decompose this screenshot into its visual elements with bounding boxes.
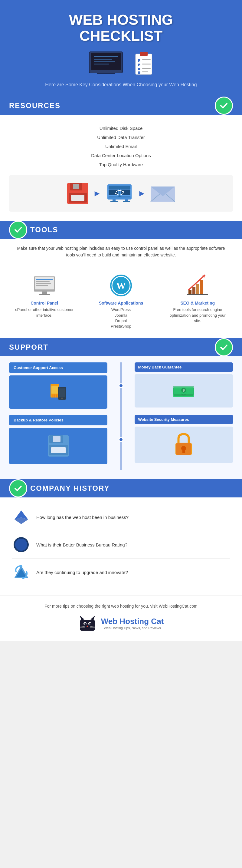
svg-point-93	[15, 538, 27, 551]
customer-support-image	[9, 375, 107, 409]
seo-icon-wrapper	[185, 273, 210, 298]
footer-brand-info: Web Hosting Cat Web Hosting Tips, News, …	[101, 617, 164, 630]
company-text-1: How long has the web host been in busine…	[36, 515, 129, 520]
svg-rect-38	[123, 201, 130, 202]
svg-text:$: $	[183, 389, 184, 392]
company-text-2: What is their Better Business Bureau Rat…	[36, 542, 127, 547]
company-title: COMPANY HISTORY	[30, 484, 109, 493]
tool-item-seo: SEO & Marketing Free tools for search en…	[167, 273, 228, 329]
svg-rect-48	[36, 285, 48, 286]
tools-description: Make sure that your web hosting plan inc…	[0, 239, 242, 268]
svg-marker-97	[80, 616, 84, 620]
company-header-bar: COMPANY HISTORY	[0, 479, 242, 497]
check-icon-tools	[13, 225, 23, 234]
resources-item-4: Data Center Location Options	[9, 151, 233, 160]
svg-rect-24	[73, 184, 79, 189]
seo-icon	[185, 273, 210, 298]
tool-desc-control-panel: cPanel or other intuitive customer inter…	[14, 307, 75, 318]
svg-rect-3	[97, 73, 115, 74]
tool-item-control-panel: Control Panel cPanel or other intuitive …	[14, 273, 75, 329]
svg-rect-9	[140, 52, 148, 56]
svg-rect-50	[39, 294, 50, 295]
support-left-2: Backup & Restore Policies	[9, 415, 112, 464]
company-row-3: Are they continuing to upgrade and innov…	[12, 559, 230, 586]
company-row-2: What is their Better Business Bureau Rat…	[12, 531, 230, 559]
tool-label-software: Software Applications	[91, 301, 151, 306]
svg-rect-20	[138, 71, 140, 74]
svg-rect-21	[142, 71, 148, 72]
arrow-right-icon-1: ►	[93, 189, 101, 198]
svg-rect-6	[94, 61, 115, 62]
control-panel-icon-wrapper	[32, 273, 57, 298]
resources-images: ► ►	[9, 175, 233, 212]
timeline-dot-2	[118, 437, 124, 442]
company-icon-3	[12, 563, 30, 581]
tools-section: TOOLS Make sure that your web hosting pl…	[0, 221, 242, 339]
svg-marker-98	[91, 616, 95, 620]
svg-rect-35	[112, 199, 115, 201]
support-right-2: Website Security Measures	[130, 415, 233, 464]
svg-text:W: W	[116, 280, 126, 291]
backup-floppy-icon	[46, 434, 70, 458]
company-section: COMPANY HISTORY How long has the web hos…	[0, 479, 242, 595]
computer-sync-icon	[104, 183, 135, 204]
svg-rect-85	[51, 447, 66, 453]
customer-support-card: Customer Support Access	[9, 363, 107, 373]
support-check-circle	[215, 338, 233, 356]
svg-point-101	[84, 623, 86, 625]
tool-desc-seo: Free tools for search engine optimizatio…	[167, 307, 228, 323]
svg-point-68	[56, 396, 57, 398]
support-header-bar: SUPPORT	[0, 338, 242, 356]
clipboard-icon	[133, 50, 154, 76]
svg-rect-18	[138, 68, 140, 70]
arrow-right-icon-2: ►	[138, 189, 146, 198]
resources-item-2: Unlimited Data Transfer	[9, 133, 233, 142]
support-section: SUPPORT Customer Support Access	[0, 338, 242, 479]
bbb-icon	[13, 536, 30, 553]
resources-header-bar: RESOURCES	[0, 97, 242, 115]
security-card: Website Security Measures	[135, 415, 233, 424]
monitor-icon	[88, 50, 124, 74]
check-icon-support	[219, 343, 229, 352]
svg-point-66	[52, 396, 54, 398]
svg-rect-55	[193, 287, 196, 294]
footer-text: For more tips on choosing the right web …	[9, 603, 233, 610]
timeline-dot-1	[118, 383, 124, 388]
svg-rect-4	[94, 56, 118, 57]
control-panel-icon	[32, 273, 57, 298]
svg-rect-7	[94, 64, 109, 64]
svg-rect-62	[51, 386, 58, 394]
svg-rect-5	[94, 59, 112, 60]
customer-support-title: Customer Support Access	[13, 365, 63, 370]
tools-title: TOOLS	[30, 225, 58, 234]
support-row-1: Customer Support Access	[9, 363, 233, 409]
support-title: SUPPORT	[9, 343, 48, 351]
page-title: WEB HOSTING CHECKLIST	[6, 12, 236, 44]
svg-rect-89	[182, 450, 185, 453]
svg-rect-57	[200, 280, 203, 294]
svg-rect-17	[142, 64, 151, 64]
company-items: How long has the web host been in busine…	[0, 497, 242, 595]
svg-rect-70	[59, 389, 65, 397]
header-subtitle: Here are Some Key Considerations When Ch…	[6, 82, 236, 88]
money-icon: $ $	[172, 383, 196, 398]
resources-item-5: Top Quality Hardware	[9, 160, 233, 169]
svg-rect-56	[196, 284, 199, 294]
svg-point-102	[89, 623, 91, 625]
resources-item-3: Unlimited Email	[9, 142, 233, 151]
tool-label-control-panel: Control Panel	[14, 301, 75, 306]
resources-list: Unlimited Disk Space Unlimited Data Tran…	[9, 124, 233, 169]
tool-desc-software: WordPress Joomla Drupal PrestaShop	[91, 307, 151, 329]
svg-rect-36	[110, 201, 118, 202]
svg-point-63	[52, 395, 54, 396]
tools-check-circle	[9, 221, 27, 239]
resources-section: RESOURCES Unlimited Disk Space Unlimited…	[0, 97, 242, 221]
backup-card: Backup & Restore Policies	[9, 415, 107, 425]
cat-logo-icon	[78, 614, 97, 632]
svg-rect-45	[36, 279, 53, 280]
svg-rect-54	[188, 290, 192, 294]
phone-icon	[50, 382, 67, 402]
support-timeline: Customer Support Access	[9, 363, 233, 470]
resources-content: Unlimited Disk Space Unlimited Data Tran…	[0, 115, 242, 221]
footer-section: For more tips on choosing the right web …	[0, 595, 242, 641]
